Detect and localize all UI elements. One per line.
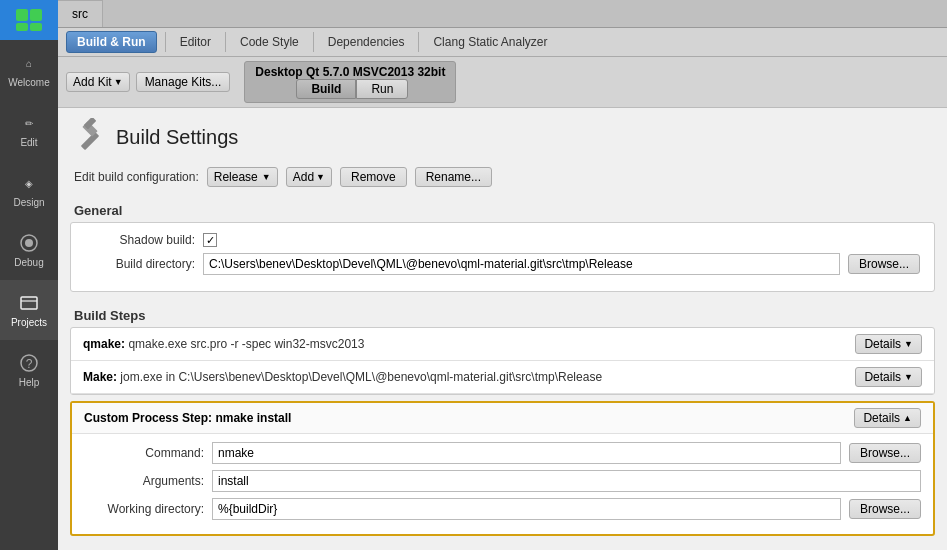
welcome-icon: ⌂ (18, 52, 40, 74)
shadow-build-label: Shadow build: (85, 233, 195, 247)
remove-config-button[interactable]: Remove (340, 167, 407, 187)
tab-src[interactable]: src (58, 0, 103, 27)
custom-step-fields: Command: Browse... Arguments: Working di… (72, 434, 933, 534)
working-dir-label: Working directory: (84, 502, 204, 516)
mode-separator3 (313, 32, 314, 52)
working-dir-browse-button[interactable]: Browse... (849, 499, 921, 519)
make-label: Make: (83, 370, 117, 384)
build-dir-input[interactable] (203, 253, 840, 275)
sidebar-item-help[interactable]: ? Help (0, 340, 58, 400)
working-dir-input[interactable] (212, 498, 841, 520)
tab-label: src (72, 7, 88, 21)
svg-point-5 (25, 239, 33, 247)
qmake-step-row: qmake: qmake.exe src.pro -r -spec win32-… (71, 328, 934, 361)
content-area: Build Settings Edit build configuration:… (58, 108, 947, 550)
sidebar-label-edit: Edit (20, 137, 37, 148)
settings-title: Build Settings (116, 126, 238, 149)
config-row: Edit build configuration: Release ▼ Add … (58, 163, 947, 197)
sidebar-item-edit[interactable]: ✏ Edit (0, 100, 58, 160)
dependencies-link[interactable]: Dependencies (322, 33, 411, 51)
custom-step-title-text: Custom Process Step: (84, 411, 212, 425)
make-details-label: Details (864, 370, 901, 384)
build-run-button[interactable]: Build & Run (66, 31, 157, 53)
custom-step-details-button[interactable]: Details ▲ (854, 408, 921, 428)
shadow-build-checkbox[interactable]: ✓ (203, 233, 217, 247)
main-area: src Build & Run Editor Code Style Depend… (58, 0, 947, 550)
build-dir-row: Build directory: Browse... (85, 253, 920, 275)
custom-step-chevron: ▲ (903, 413, 912, 423)
sidebar-item-design[interactable]: ◈ Design (0, 160, 58, 220)
rename-config-button[interactable]: Rename... (415, 167, 492, 187)
command-row: Command: Browse... (84, 442, 921, 464)
code-style-link[interactable]: Code Style (234, 33, 305, 51)
make-details-button[interactable]: Details ▼ (855, 367, 922, 387)
sidebar-label-projects: Projects (11, 317, 47, 328)
build-steps-box: qmake: qmake.exe src.pro -r -spec win32-… (70, 327, 935, 395)
svg-rect-1 (30, 9, 42, 21)
make-step-text: Make: jom.exe in C:\Users\benev\Desktop\… (83, 370, 855, 384)
sidebar-label-debug: Debug (14, 257, 43, 268)
custom-step-box: Custom Process Step: nmake install Detai… (70, 401, 935, 536)
qt-logo-icon (14, 7, 44, 33)
sidebar-label-help: Help (19, 377, 40, 388)
custom-step-header: Custom Process Step: nmake install Detai… (72, 403, 933, 434)
manage-kits-button[interactable]: Manage Kits... (136, 72, 231, 92)
kit-run-button[interactable]: Run (356, 79, 408, 99)
config-dropdown[interactable]: Release ▼ (207, 167, 278, 187)
sidebar-item-projects[interactable]: Projects (0, 280, 58, 340)
custom-step-suffix: nmake install (215, 411, 291, 425)
command-input[interactable] (212, 442, 841, 464)
arguments-input[interactable] (212, 470, 921, 492)
make-step-row: Make: jom.exe in C:\Users\benev\Desktop\… (71, 361, 934, 394)
build-dir-label: Build directory: (85, 257, 195, 271)
svg-rect-3 (30, 23, 42, 31)
custom-step-title: Custom Process Step: nmake install (84, 411, 291, 425)
svg-rect-0 (16, 9, 28, 21)
tab-bar: src (58, 0, 947, 28)
add-config-button[interactable]: Add ▼ (286, 167, 332, 187)
settings-header: Build Settings (58, 108, 947, 163)
kit-build-button[interactable]: Build (296, 79, 356, 99)
mode-separator2 (225, 32, 226, 52)
kit-info-panel: Desktop Qt 5.7.0 MSVC2013 32bit Build Ru… (244, 61, 456, 103)
shadow-build-row: Shadow build: ✓ (85, 233, 920, 247)
command-browse-button[interactable]: Browse... (849, 443, 921, 463)
clang-analyzer-link[interactable]: Clang Static Analyzer (427, 33, 553, 51)
mode-bar: Build & Run Editor Code Style Dependenci… (58, 28, 947, 57)
sidebar-item-welcome[interactable]: ⌂ Welcome (0, 40, 58, 100)
arguments-label: Arguments: (84, 474, 204, 488)
qmake-details-chevron: ▼ (904, 339, 913, 349)
sidebar-label-design: Design (13, 197, 44, 208)
arguments-row: Arguments: (84, 470, 921, 492)
general-box: Shadow build: ✓ Build directory: Browse.… (70, 222, 935, 292)
make-text: jom.exe in C:\Users\benev\Desktop\Devel\… (120, 370, 602, 384)
shadow-build-checkbox-area: ✓ (203, 233, 217, 247)
svg-text:?: ? (26, 357, 33, 371)
projects-icon (18, 292, 40, 314)
hammer-icon (74, 118, 106, 157)
general-section-title: General (58, 197, 947, 222)
sidebar-label-welcome: Welcome (8, 77, 50, 88)
mode-separator4 (418, 32, 419, 52)
sidebar-item-debug[interactable]: Debug (0, 220, 58, 280)
qmake-step-text: qmake: qmake.exe src.pro -r -spec win32-… (83, 337, 855, 351)
svg-rect-6 (21, 297, 37, 309)
build-dir-browse-button[interactable]: Browse... (848, 254, 920, 274)
mode-separator (165, 32, 166, 52)
config-chevron: ▼ (262, 172, 271, 182)
custom-step-details-label: Details (863, 411, 900, 425)
qmake-details-button[interactable]: Details ▼ (855, 334, 922, 354)
kit-build-run-buttons: Build Run (296, 79, 408, 99)
debug-icon (18, 232, 40, 254)
working-dir-row: Working directory: Browse... (84, 498, 921, 520)
edit-icon: ✏ (18, 112, 40, 134)
config-value: Release (214, 170, 258, 184)
add-kit-button[interactable]: Add Kit ▼ (66, 72, 130, 92)
kit-name: Desktop Qt 5.7.0 MSVC2013 32bit (255, 65, 445, 79)
qmake-text: qmake.exe src.pro -r -spec win32-msvc201… (128, 337, 364, 351)
svg-rect-2 (16, 23, 28, 31)
qmake-details-label: Details (864, 337, 901, 351)
editor-link[interactable]: Editor (174, 33, 217, 51)
add-label: Add (293, 170, 314, 184)
add-kit-label: Add Kit (73, 75, 112, 89)
